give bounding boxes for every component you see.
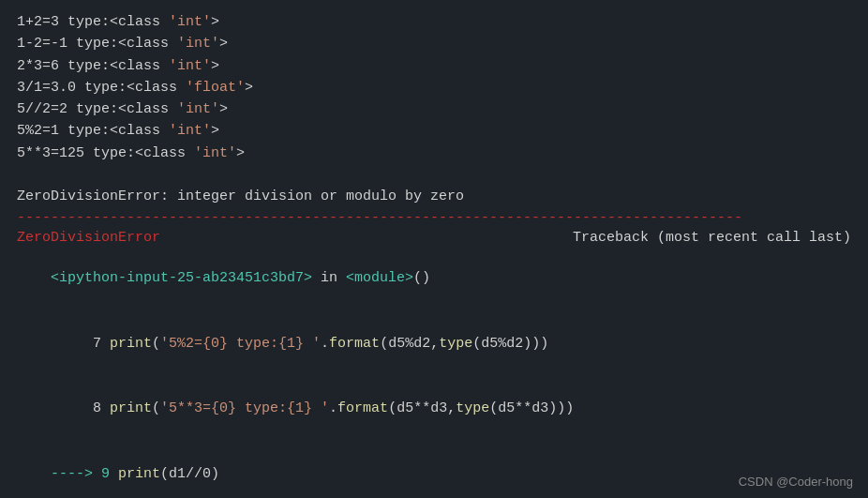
output-line-4: 3/1=3.0 type:<class 'float'> [17, 77, 851, 98]
zero-div-error-msg: ZeroDivisionError: integer division or m… [17, 186, 851, 207]
output-line-7: 5**3=125 type:<class 'int'> [17, 143, 851, 164]
watermark: CSDN @Coder-hong [739, 475, 853, 489]
terminal-window: 1+2=3 type:<class 'int'> 1-2=-1 type:<cl… [0, 0, 868, 498]
output-line-3: 2*3=6 type:<class 'int'> [17, 55, 851, 77]
traceback-label: Traceback (most recent call last) [573, 230, 851, 246]
ipython-input-line: <ipython-input-25-ab23451c3bd7> in <modu… [17, 246, 851, 311]
code-line-9-arrow: ----> 9 print(d1//0) [17, 442, 851, 498]
error-type-label: ZeroDivisionError [17, 230, 160, 246]
code-line-8: 8 print('5**3={0} type:{1} '.format(d5**… [17, 376, 851, 442]
output-line-1: 1+2=3 type:<class 'int'> [17, 11, 851, 33]
blank-line-1 [17, 164, 851, 186]
output-line-6: 5%2=1 type:<class 'int'> [17, 120, 851, 142]
code-line-7: 7 print('5%2={0} type:{1} '.format(d5%d2… [17, 310, 851, 376]
traceback-header: ZeroDivisionError Traceback (most recent… [17, 230, 851, 246]
output-line-2: 1-2=-1 type:<class 'int'> [17, 33, 851, 54]
error-divider: ----------------------------------------… [17, 207, 851, 229]
output-line-5: 5//2=2 type:<class 'int'> [17, 98, 851, 120]
